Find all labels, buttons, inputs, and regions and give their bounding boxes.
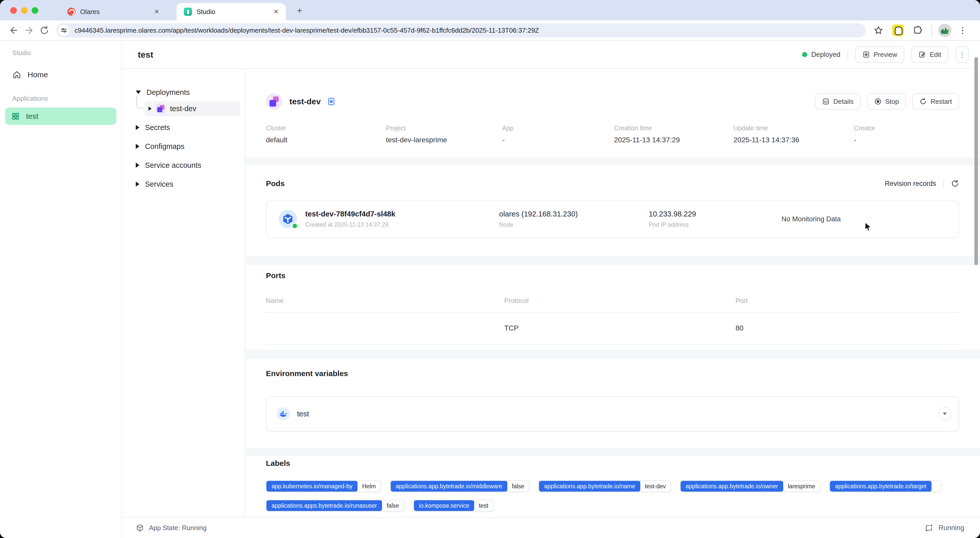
deployed-status-dot: [802, 52, 807, 57]
browser-tabstrip: Olares ✕ Studio ✕ +: [0, 0, 980, 21]
field-label: Creation time: [614, 124, 733, 132]
tab-olares[interactable]: Olares ✕: [60, 3, 166, 21]
caret-right-icon[interactable]: [148, 106, 151, 111]
field-value: test-dev-laresprime: [386, 136, 502, 144]
preview-button[interactable]: Preview: [855, 46, 904, 63]
header-actions: Deployed Preview Edit ⋮: [802, 46, 969, 63]
pod-running-dot: [291, 222, 298, 229]
site-settings-icon[interactable]: [58, 25, 69, 36]
preview-icon: [862, 51, 870, 59]
ports-col-port: Port: [735, 297, 959, 305]
chevron-down-icon: [943, 413, 947, 415]
pod-row[interactable]: test-dev-78f49cf4d7-sl48k Created at 202…: [266, 200, 959, 238]
caret-down-icon[interactable]: [136, 90, 141, 94]
browser-menu-icon[interactable]: ⋮: [958, 23, 968, 38]
field-value: 2025-11-13 14:37:36: [733, 136, 854, 144]
header-more-button[interactable]: ⋮: [956, 46, 969, 63]
minimize-window-button[interactable]: [21, 7, 27, 14]
tree-item-test-dev[interactable]: test-dev: [145, 101, 240, 116]
sidebar-item-test-app[interactable]: test: [5, 108, 116, 125]
resource-tree: Deployments test-dev Secrets Configmaps …: [122, 69, 245, 517]
main-pane: test-dev Details Stop Rest: [245, 69, 980, 517]
caret-right-icon[interactable]: [136, 125, 139, 130]
section-gap: [245, 256, 980, 265]
revision-records-link[interactable]: Revision records: [885, 180, 936, 188]
url-bar[interactable]: c9446345.laresprime.olares.com/app/test/…: [56, 23, 865, 38]
url-text[interactable]: c9446345.laresprime.olares.com/app/test/…: [75, 27, 539, 35]
tree-item-configmaps[interactable]: Configmaps: [122, 139, 245, 154]
pod-name[interactable]: test-dev-78f49cf4d7-sl48k: [305, 210, 499, 218]
labels-title: Labels: [266, 459, 290, 468]
container-docker-icon: [277, 407, 290, 421]
app-content: Studio Home Applications test test Deplo…: [0, 41, 980, 538]
label-badge: applications.app.bytetrade.io/nametest-d…: [538, 480, 671, 492]
close-window-button[interactable]: [10, 7, 17, 14]
vertical-scrollbar-thumb[interactable]: [974, 57, 978, 265]
zoom-window-button[interactable]: [32, 7, 38, 14]
browser-window: Olares ✕ Studio ✕ + c9446345.laresprime.…: [0, 0, 980, 538]
profile-avatar[interactable]: [938, 24, 951, 37]
browser-toolbar: c9446345.laresprime.olares.com/app/test/…: [0, 21, 980, 41]
home-icon: [12, 70, 21, 79]
deployed-status-label: Deployed: [811, 51, 840, 59]
caret-right-icon[interactable]: [136, 144, 139, 149]
edit-button[interactable]: Edit: [912, 46, 948, 63]
close-tab-icon[interactable]: ✕: [152, 7, 161, 16]
pod-icon: [279, 210, 297, 228]
tree-deployments-label: Deployments: [146, 88, 189, 97]
notification-bubble-icon[interactable]: [924, 524, 933, 532]
tree-item-secrets[interactable]: Secrets: [122, 120, 245, 135]
cube-icon: [136, 524, 144, 532]
tree-connector-line: [136, 96, 143, 109]
restart-button[interactable]: Restart: [912, 93, 959, 110]
env-container-row: test: [266, 396, 959, 432]
pod-ip-label: Pod IP address: [649, 221, 781, 228]
new-tab-button[interactable]: +: [294, 5, 305, 17]
primary-sidebar: Studio Home Applications test: [0, 41, 122, 538]
status-bar: App State: Running Running: [122, 517, 980, 538]
labels-section: Labels app.kubernetes.io/managed-byHelm …: [245, 456, 980, 518]
field-value: 2025-11-13 14:37:29: [614, 136, 733, 144]
forward-icon[interactable]: [21, 23, 37, 38]
pod-node-label: Node: [499, 221, 649, 228]
workload-preview-icon[interactable]: [327, 97, 336, 106]
caret-right-icon[interactable]: [136, 181, 139, 187]
tab-olares-label: Olares: [80, 8, 100, 16]
toolbar-divider: [932, 25, 932, 36]
env-expand-button[interactable]: [938, 407, 951, 421]
header-divider: [848, 49, 848, 60]
tree-secrets-label: Secrets: [145, 124, 170, 132]
tree-item-services[interactable]: Services: [122, 176, 245, 192]
section-gap: [245, 448, 980, 456]
label-badge: io.kompose.servicetest: [414, 500, 493, 511]
stop-button[interactable]: Stop: [867, 93, 906, 110]
sidebar-home-label: Home: [27, 70, 48, 79]
pods-title: Pods: [266, 179, 285, 188]
close-tab-icon[interactable]: ✕: [272, 7, 281, 16]
reload-icon[interactable]: [37, 23, 52, 38]
refresh-icon[interactable]: [951, 179, 959, 188]
label-badge: applications.apps.bytetrade.io/runasuser…: [266, 500, 404, 511]
details-button[interactable]: Details: [815, 93, 861, 110]
ports-title: Ports: [266, 271, 286, 280]
back-icon[interactable]: [6, 23, 21, 38]
app-state-text: App State: Running: [149, 524, 207, 532]
tree-item-service-accounts[interactable]: Service accounts: [122, 157, 245, 173]
tree-service-accounts-label: Service accounts: [145, 161, 201, 170]
caret-right-icon[interactable]: [136, 163, 139, 168]
section-gap: [245, 350, 980, 359]
field-label: App: [502, 124, 614, 132]
macos-traffic-lights[interactable]: [10, 7, 38, 14]
bookmark-star-icon[interactable]: [871, 23, 886, 38]
field-label: Project: [386, 124, 502, 132]
sidebar-section-label: Studio: [12, 49, 121, 57]
olares-favicon: [67, 8, 76, 16]
tab-studio[interactable]: Studio ✕: [177, 3, 286, 21]
extension-dog-icon[interactable]: [892, 24, 904, 36]
field-label: Creator: [854, 124, 915, 132]
ports-table-header: Name Protocol Port: [266, 297, 959, 313]
field-value: -: [854, 136, 915, 144]
extensions-puzzle-icon[interactable]: [910, 23, 925, 38]
ports-section: Ports Name Protocol Port TCP 80: [245, 265, 980, 350]
sidebar-item-home[interactable]: Home: [12, 70, 121, 79]
